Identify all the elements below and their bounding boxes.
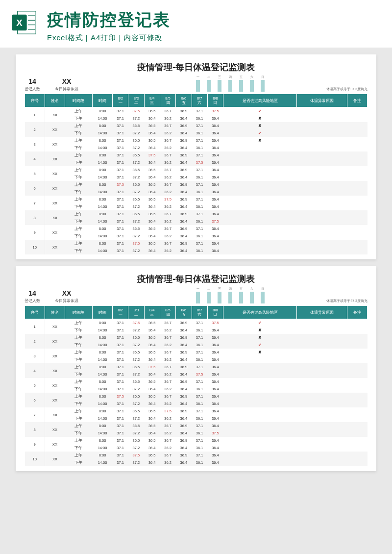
sheet-title: 疫情管理-每日体温登记监测表 <box>24 273 368 285</box>
table-row: 7XX上午8:0037.136.536.537.536.937.136.4 <box>25 407 368 415</box>
table-row: 7XX上午8:0037.136.536.537.536.937.136.4 <box>25 196 368 203</box>
table-row: 下午14:0037.137.236.436.236.436.136.4 <box>25 174 368 181</box>
threshold-note: 体温高于或等于37.3度填充 <box>326 87 368 92</box>
sheet-title: 疫情管理-每日体温登记监测表 <box>24 61 368 73</box>
table-row: 下午14:0037.137.236.436.236.436.136.4 <box>25 356 368 363</box>
table-row: 9XX上午8:0037.136.536.536.736.937.136.4 <box>25 225 368 232</box>
table-row: 下午14:0037.137.236.436.236.436.136.4 <box>25 385 368 393</box>
table-row: 下午14:0037.137.236.436.236.436.136.4✘ <box>25 115 368 122</box>
table-row: 8XX上午8:0037.136.536.536.736.937.136.4 <box>25 210 368 218</box>
table-row: 10XX上午8:0037.137.536.536.736.937.136.4 <box>25 452 368 459</box>
table-row: 4XX上午8:0037.136.537.536.736.937.136.4 <box>25 151 368 159</box>
table-row: 5XX上午8:0037.136.536.536.736.937.136.4 <box>25 378 368 385</box>
table-row: 2XX上午8:0037.136.536.536.736.937.136.4✘ <box>25 122 368 129</box>
table-row: 下午14:0037.137.236.436.236.436.136.4 <box>25 459 368 466</box>
banner-title: 疫情防控登记表 <box>47 9 381 31</box>
excel-icon: X <box>11 9 38 36</box>
table-row: 3XX上午8:0037.136.536.536.736.937.136.4✘ <box>25 137 368 144</box>
table-row: 6XX上午8:0037.536.536.536.736.937.136.4 <box>25 393 368 400</box>
mini-bar-chart: 一二三四五六日 <box>196 77 265 92</box>
table-row: 下午14:0037.137.236.436.236.436.137.5 <box>25 429 368 437</box>
temperature-table: 序号姓名时间段时间 8/2一8/3二8/4三8/5四8/6五8/7六8/8日 是… <box>24 94 368 254</box>
table-row: 2XX上午8:0037.136.536.536.736.937.136.4✘ <box>25 334 368 341</box>
mini-bar-chart: 一二三四五六日 <box>196 289 265 303</box>
table-row: 3XX上午8:0037.136.536.536.736.937.136.4✘ <box>25 349 368 356</box>
table-row: 1XX上午8:0037.137.536.536.736.937.137.5✔ <box>25 107 368 115</box>
table-row: 4XX上午8:0037.136.537.536.736.937.136.4 <box>25 363 368 371</box>
table-row: 10XX上午8:0037.137.536.536.736.937.136.4 <box>25 240 368 247</box>
table-row: 5XX上午8:0037.136.536.536.736.937.136.4 <box>25 166 368 174</box>
table-row: 下午14:0037.137.236.436.236.436.136.4 <box>25 444 368 452</box>
table-row: 下午14:0037.137.236.436.236.436.136.4 <box>25 203 368 210</box>
table-row: 下午14:0037.137.236.436.236.436.137.5 <box>25 218 368 225</box>
table-row: 下午14:0037.137.236.436.236.436.136.4✔ <box>25 341 368 349</box>
summary-row: 14登记人数 XX今日异常体温 一二三四五六日 体温高于或等于37.3度填充 <box>24 289 368 303</box>
table-row: 下午14:0037.137.236.436.236.436.136.4 <box>25 400 368 407</box>
banner-subtitle: Excel格式 | A4打印 | 内容可修改 <box>47 33 381 43</box>
sheet-page: 疫情管理-每日体温登记监测表 14登记人数 XX今日异常体温 一二三四五六日 体… <box>16 54 376 259</box>
threshold-note: 体温高于或等于37.3度填充 <box>326 299 368 303</box>
table-row: 1XX上午8:0037.137.536.536.736.937.137.5✔ <box>25 319 368 327</box>
sheet-page: 疫情管理-每日体温登记监测表 14登记人数 XX今日异常体温 一二三四五六日 体… <box>16 266 376 471</box>
svg-text:X: X <box>16 18 23 28</box>
table-row: 6XX上午8:0037.536.536.536.736.937.136.4 <box>25 181 368 188</box>
table-row: 下午14:0037.137.236.436.236.436.136.4 <box>25 415 368 422</box>
table-row: 下午14:0037.137.236.436.236.436.136.4 <box>25 144 368 151</box>
table-row: 8XX上午8:0037.136.536.536.736.937.136.4 <box>25 422 368 429</box>
summary-row: 14登记人数 XX今日异常体温 一二三四五六日 体温高于或等于37.3度填充 <box>24 77 368 92</box>
temperature-table: 序号姓名时间段时间 8/2一8/3二8/4三8/5四8/6五8/7六8/8日 是… <box>24 305 368 466</box>
table-row: 下午14:0037.137.236.436.236.437.536.4 <box>25 159 368 166</box>
table-row: 下午14:0037.137.236.436.236.436.136.4 <box>25 232 368 240</box>
table-row: 下午14:0037.137.236.436.236.436.136.4 <box>25 188 368 196</box>
table-row: 下午14:0037.137.236.436.236.436.136.4✔ <box>25 129 368 137</box>
banner-header: X 疫情防控登记表 Excel格式 | A4打印 | 内容可修改 <box>0 0 392 48</box>
table-row: 9XX上午8:0037.136.536.536.736.937.136.4 <box>25 437 368 444</box>
table-row: 下午14:0037.137.236.436.236.436.136.4 <box>25 247 368 254</box>
table-row: 下午14:0037.137.236.436.236.437.536.4 <box>25 371 368 378</box>
table-row: 下午14:0037.137.236.436.236.436.136.4✘ <box>25 327 368 334</box>
